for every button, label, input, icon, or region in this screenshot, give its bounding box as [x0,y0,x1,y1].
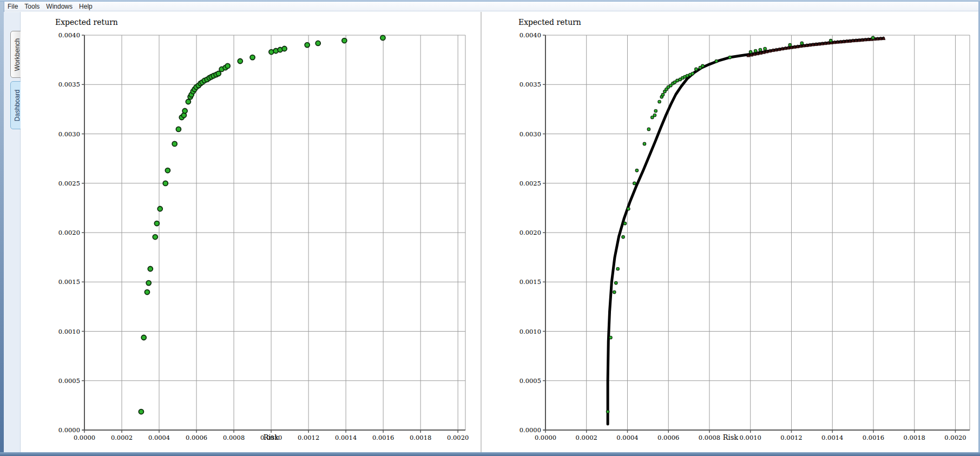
fitted-frontier-curve [608,38,884,424]
menu-windows[interactable]: Windows [43,2,76,11]
x-tick-label: 0.0008 [223,434,245,441]
x-tick-label: 0.0018 [904,434,925,441]
x-axis-label: Risk [703,433,758,441]
y-tick-label: 0.0025 [519,180,541,187]
y-tick-label: 0.0040 [519,31,541,39]
x-tick-label: 0.0014 [821,434,843,441]
app-window: File Tools Windows Help Workbench Dashbo… [0,0,980,456]
x-tick-label: 0.0002 [111,434,133,441]
chart-title: Expected return [518,18,581,27]
y-tick-label: 0.0005 [519,377,541,385]
x-tick-label: 0.0012 [298,434,319,441]
y-tick-label: 0.0010 [519,328,541,335]
efficient-frontier-scatter-chart[interactable]: 0.00000.00020.00040.00060.00080.00100.00… [21,12,481,452]
chart-title: Expected return [55,18,118,27]
x-tick-label: 0.0006 [657,434,679,441]
menu-tools[interactable]: Tools [21,2,43,11]
y-tick-label: 0.0015 [519,278,541,286]
y-tick-label: 0.0010 [58,328,80,335]
x-tick-label: 0.0006 [186,434,207,441]
y-tick-label: 0.0025 [58,180,80,187]
x-tick-label: 0.0018 [410,434,431,441]
y-tick-label: 0.0015 [58,278,80,286]
x-tick-label: 0.0016 [863,434,884,441]
x-tick-label: 0.0012 [780,434,802,441]
fitted-frontier-chart[interactable]: 0.00000.00020.00040.00060.00080.00100.00… [482,12,978,452]
x-tick-label: 0.0004 [148,434,170,441]
sidebar: Workbench Dashboard [4,12,21,452]
y-tick-label: 0.0035 [58,81,80,88]
efficient-frontier-points [606,36,874,413]
x-tick-label: 0.0004 [616,434,638,441]
x-axis-label: Risk [244,433,298,441]
extrapolated-frontier-triangles [747,37,885,57]
dashboard-content: 0.00000.00020.00040.00060.00080.00100.00… [21,12,978,452]
menu-file[interactable]: File [4,2,21,11]
y-tick-label: 0.0040 [58,31,80,39]
y-tick-label: 0.0030 [519,130,541,138]
menu-help[interactable]: Help [76,2,96,11]
x-tick-label: 0.0000 [535,434,556,441]
y-tick-label: 0.0000 [519,426,541,434]
efficient-frontier-points [139,35,385,414]
menu-bar: File Tools Windows Help [0,2,978,11]
y-tick-label: 0.0020 [58,229,80,236]
y-tick-label: 0.0000 [58,426,80,434]
x-tick-label: 0.0020 [447,434,469,441]
y-tick-label: 0.0030 [58,130,80,138]
y-tick-label: 0.0005 [58,377,80,385]
x-tick-label: 0.0002 [576,434,597,441]
x-tick-label: 0.0016 [372,434,394,441]
x-tick-label: 0.0014 [335,434,357,441]
y-tick-label: 0.0035 [519,81,541,88]
tab-dashboard-label: Dashboard [14,89,21,121]
window-bottom-border [0,452,980,456]
chart-panel-fitted: 0.00000.00020.00040.00060.00080.00100.00… [482,12,978,452]
chart-panel-scatter: 0.00000.00020.00040.00060.00080.00100.00… [21,12,481,452]
x-tick-label: 0.0000 [74,434,95,441]
tab-workbench-label: Workbench [14,38,21,70]
x-tick-label: 0.0020 [944,434,966,441]
y-tick-label: 0.0020 [519,229,541,236]
